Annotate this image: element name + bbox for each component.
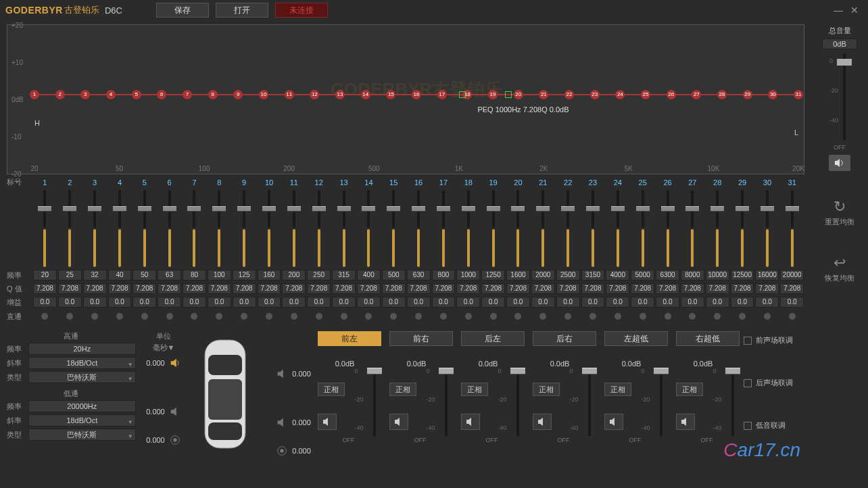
open-button[interactable]: 打开 <box>216 3 268 18</box>
peq-band-marker[interactable]: 22 <box>564 90 574 99</box>
eq-freq-cell[interactable]: 250 <box>307 270 331 280</box>
eq-q-cell[interactable]: 7.208 <box>456 283 480 294</box>
peq-band-marker[interactable]: 23 <box>590 90 600 99</box>
channel-mute-button[interactable] <box>533 414 552 430</box>
band-number[interactable]: 29 <box>730 178 755 187</box>
eq-q-cell[interactable]: 7.208 <box>606 283 629 294</box>
eq-gain-cell[interactable]: 0.0 <box>58 297 82 308</box>
band-number[interactable]: 21 <box>531 178 556 187</box>
eq-gain-cell[interactable]: 0.0 <box>481 297 505 308</box>
band-number[interactable]: 24 <box>605 178 630 187</box>
channel-mute-button[interactable] <box>604 414 623 430</box>
eq-gain-slider[interactable] <box>381 190 406 267</box>
restore-eq-button[interactable]: ↩ 恢复均衡 <box>815 254 864 283</box>
channel-mute-button[interactable] <box>676 414 695 430</box>
eq-bypass-toggle[interactable] <box>207 313 232 321</box>
channel-select-button[interactable]: 后左 <box>461 331 525 346</box>
eq-gain-cell[interactable]: 0.0 <box>531 297 555 308</box>
eq-freq-cell[interactable]: 12500 <box>731 270 754 280</box>
peq-band-marker[interactable]: 10 <box>259 90 268 99</box>
eq-gain-cell[interactable]: 0.0 <box>132 297 156 308</box>
eq-bypass-toggle[interactable] <box>431 313 456 321</box>
eq-gain-slider[interactable] <box>331 190 356 267</box>
eq-q-cell[interactable]: 7.208 <box>132 283 156 294</box>
eq-q-cell[interactable]: 7.208 <box>407 283 431 294</box>
eq-gain-slider[interactable] <box>207 190 232 267</box>
eq-gain-slider[interactable] <box>655 190 680 267</box>
band-number[interactable]: 8 <box>207 178 232 187</box>
peq-band-marker[interactable]: 15 <box>386 90 395 99</box>
channel-gain-slider[interactable]: 0-20-40OFF <box>354 369 381 430</box>
eq-q-cell[interactable]: 7.208 <box>706 283 729 294</box>
eq-q-cell[interactable]: 7.208 <box>233 283 256 294</box>
sub-link-checkbox[interactable]: 低音联调 <box>744 420 804 431</box>
eq-freq-cell[interactable]: 80 <box>183 270 206 280</box>
peq-band-marker[interactable]: 28 <box>717 90 727 99</box>
eq-gain-cell[interactable]: 0.0 <box>233 297 256 308</box>
eq-gain-slider[interactable] <box>232 190 257 267</box>
disconnect-button[interactable]: 未连接 <box>275 3 328 18</box>
eq-freq-cell[interactable]: 315 <box>332 270 356 280</box>
eq-bypass-toggle[interactable] <box>680 313 705 321</box>
eq-q-cell[interactable]: 7.208 <box>780 283 804 294</box>
eq-gain-slider[interactable] <box>556 190 581 267</box>
eq-gain-cell[interactable]: 0.0 <box>456 297 480 308</box>
eq-bypass-toggle[interactable] <box>232 313 257 321</box>
peq-band-marker[interactable]: 31 <box>794 90 803 99</box>
eq-gain-slider[interactable] <box>82 190 107 267</box>
eq-bypass-toggle[interactable] <box>32 313 57 321</box>
eq-gain-cell[interactable]: 0.0 <box>108 297 132 308</box>
eq-gain-cell[interactable]: 0.0 <box>83 297 107 308</box>
band-number[interactable]: 20 <box>506 178 531 187</box>
lp-slope-select[interactable]: 18dB/Oct▼ <box>28 414 136 426</box>
eq-gain-cell[interactable]: 0.0 <box>258 297 281 308</box>
eq-gain-cell[interactable]: 0.0 <box>282 297 306 308</box>
eq-bypass-toggle[interactable] <box>306 313 331 321</box>
eq-graph[interactable]: GODERBYR古登铂乐 PEQ 1000Hz 7.208Q 0.0dB H L… <box>7 24 804 174</box>
band-number[interactable]: 22 <box>556 178 581 187</box>
channel-gain-slider[interactable]: 0-20-40OFF <box>569 369 596 430</box>
eq-gain-slider[interactable] <box>431 190 456 267</box>
eq-bypass-toggle[interactable] <box>779 313 804 321</box>
peq-band-marker[interactable]: 26 <box>667 90 676 99</box>
eq-freq-cell[interactable]: 16000 <box>755 270 779 280</box>
eq-q-cell[interactable]: 7.208 <box>432 283 456 294</box>
channel-mute-button[interactable] <box>318 414 337 430</box>
eq-q-cell[interactable]: 7.208 <box>755 283 779 294</box>
eq-gain-slider[interactable] <box>456 190 481 267</box>
channel-gain-slider[interactable]: 0-20-40OFF <box>426 369 453 430</box>
eq-gain-cell[interactable]: 0.0 <box>731 297 754 308</box>
eq-freq-cell[interactable]: 500 <box>382 270 406 280</box>
eq-bypass-toggle[interactable] <box>481 313 506 321</box>
eq-q-cell[interactable]: 7.208 <box>631 283 654 294</box>
band-number[interactable]: 7 <box>182 178 207 187</box>
peq-band-marker[interactable]: 5 <box>132 90 141 99</box>
band-number[interactable]: 2 <box>57 178 82 187</box>
band-number[interactable]: 27 <box>680 178 705 187</box>
peq-band-marker[interactable]: 25 <box>641 90 650 99</box>
peq-band-marker[interactable]: 24 <box>615 90 625 99</box>
eq-q-cell[interactable]: 7.208 <box>481 283 505 294</box>
eq-bypass-toggle[interactable] <box>506 313 531 321</box>
eq-freq-cell[interactable]: 8000 <box>681 270 704 280</box>
lp-freq-value[interactable]: 20000Hz <box>28 400 136 412</box>
peq-band-marker[interactable]: 13 <box>335 90 345 99</box>
eq-gain-slider[interactable] <box>506 190 531 267</box>
delay-rl-value[interactable]: 0.000 <box>146 408 165 416</box>
lp-type-select[interactable]: 巴特沃斯▼ <box>28 429 136 441</box>
eq-bypass-toggle[interactable] <box>705 313 730 321</box>
eq-gain-cell[interactable]: 0.0 <box>208 297 231 308</box>
eq-q-cell[interactable]: 7.208 <box>531 283 555 294</box>
phase-button[interactable]: 正相 <box>676 383 703 396</box>
eq-freq-cell[interactable]: 1000 <box>456 270 480 280</box>
eq-q-cell[interactable]: 7.208 <box>332 283 356 294</box>
peq-band-marker[interactable]: 7 <box>183 90 192 99</box>
delay-rr-value[interactable]: 0.000 <box>292 418 311 426</box>
phase-button[interactable]: 正相 <box>461 383 488 396</box>
peq-band-marker[interactable]: 30 <box>768 90 777 99</box>
eq-freq-cell[interactable]: 200 <box>282 270 306 280</box>
eq-freq-cell[interactable]: 3150 <box>581 270 605 280</box>
eq-gain-cell[interactable]: 0.0 <box>631 297 654 308</box>
band-number[interactable]: 15 <box>381 178 406 187</box>
eq-gain-slider[interactable] <box>581 190 606 267</box>
